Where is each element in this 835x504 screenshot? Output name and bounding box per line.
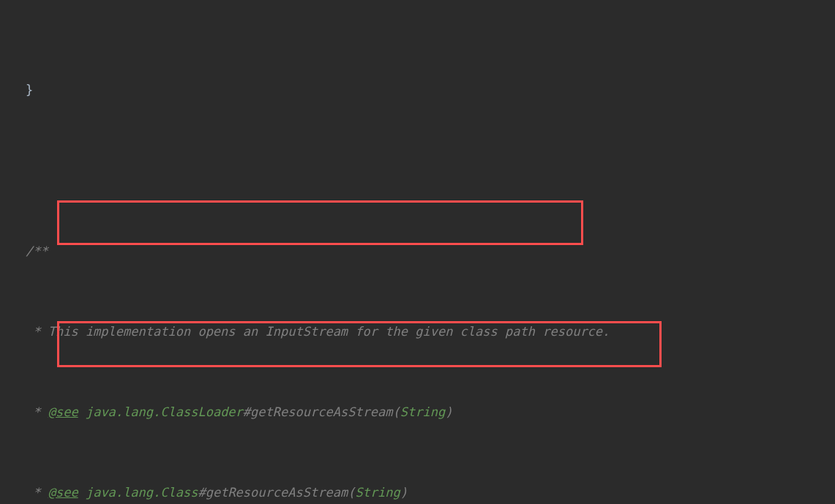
javadoc-ref: java.lang.Class	[78, 485, 198, 500]
annotation-box-1	[57, 200, 583, 245]
javadoc-open: /**	[0, 241, 835, 262]
code-line: }	[0, 80, 835, 101]
javadoc-ref: java.lang.ClassLoader	[78, 405, 243, 419]
code-editor[interactable]: } /** * This implementation opens an Inp…	[0, 0, 835, 504]
brace: }	[26, 83, 33, 97]
javadoc-line: * This implementation opens an InputStre…	[0, 322, 835, 342]
javadoc-see-2: * @see java.lang.Class#getResourceAsStre…	[0, 483, 835, 503]
javadoc-see-1: * @see java.lang.ClassLoader#getResource…	[0, 402, 835, 423]
code-line	[0, 161, 835, 181]
